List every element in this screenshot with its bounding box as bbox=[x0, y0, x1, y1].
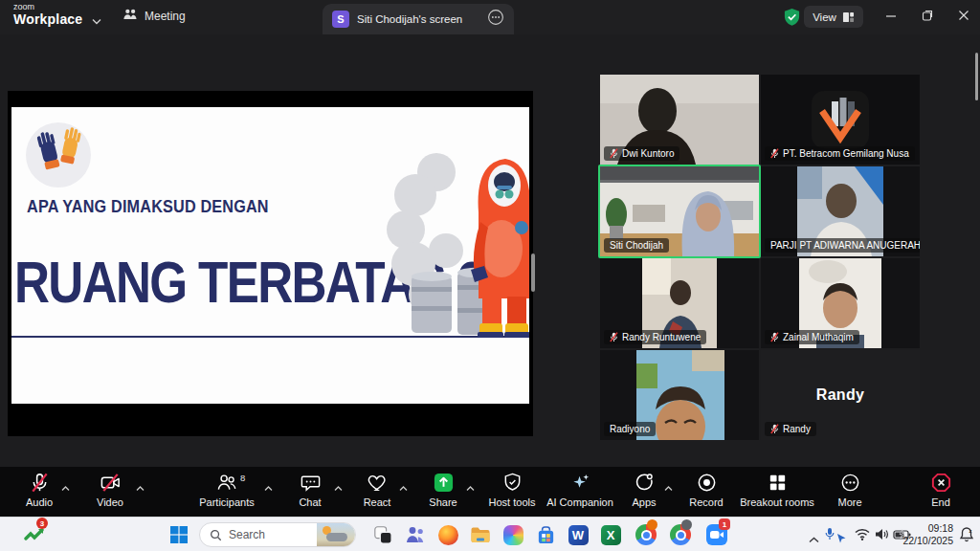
breakout-rooms-label: Breakout rooms bbox=[740, 496, 814, 508]
audio-options-chevron-icon[interactable] bbox=[61, 478, 70, 496]
tab-screen-share[interactable]: S Siti Chodijah's screen bbox=[323, 4, 514, 34]
apps-label: Apps bbox=[632, 496, 656, 508]
video-tile-radiyono[interactable]: Radiyono bbox=[600, 350, 759, 440]
presentation-slide: APA YANG DIMAKSUD DENGAN RUANG TERBATAS … bbox=[11, 107, 529, 404]
chat-button[interactable]: Chat bbox=[281, 472, 339, 508]
word-app-icon[interactable]: W bbox=[567, 523, 590, 546]
tab-options-ellipsis-icon[interactable] bbox=[487, 9, 504, 30]
weather-widget[interactable] bbox=[317, 522, 355, 547]
zoom-meeting-window: zoom Workplace Meeting S Siti Chodijah's… bbox=[0, 0, 980, 551]
breakout-rooms-button[interactable]: Breakout rooms bbox=[729, 472, 825, 508]
tab-meeting-label: Meeting bbox=[145, 10, 186, 23]
video-options-chevron-icon[interactable] bbox=[136, 478, 145, 496]
share-button[interactable]: Share bbox=[414, 472, 472, 508]
shared-screen-scrollbar[interactable] bbox=[531, 253, 535, 292]
video-button[interactable]: Video bbox=[81, 472, 139, 508]
copilot-app-icon[interactable] bbox=[501, 523, 524, 546]
taskbar-clock[interactable]: 09:18 22/10/2025 bbox=[902, 522, 953, 547]
close-button[interactable] bbox=[957, 9, 970, 26]
tray-pointer-icon[interactable] bbox=[836, 531, 847, 548]
workspace-chevron-down-icon[interactable] bbox=[92, 11, 101, 29]
muted-mic-icon bbox=[610, 148, 618, 159]
video-tile-randy-runtuwene[interactable]: Randy Runtuwene bbox=[600, 258, 759, 348]
tray-wifi-icon[interactable] bbox=[855, 527, 870, 544]
nametag: Zainal Muthaqim bbox=[765, 330, 859, 344]
tray-speaker-icon[interactable] bbox=[875, 527, 889, 544]
notification-bell-icon[interactable]: z bbox=[959, 526, 974, 546]
ai-companion-sparkle-icon bbox=[569, 472, 591, 494]
video-tile-randy[interactable]: Randy Randy bbox=[761, 350, 920, 440]
nametag: Randy bbox=[765, 422, 816, 436]
ai-companion-button[interactable]: AI Companion bbox=[532, 472, 628, 508]
excel-app-icon[interactable]: X bbox=[599, 523, 622, 546]
participants-label: Participants bbox=[199, 496, 254, 508]
chrome-app-icon-profile1[interactable] bbox=[635, 523, 657, 546]
windows-taskbar: 3 Search W bbox=[0, 517, 980, 551]
gloves-icon bbox=[24, 121, 93, 193]
muted-mic-icon bbox=[770, 148, 779, 159]
widgets-notification-badge: 3 bbox=[36, 518, 48, 529]
zoom-app-icon[interactable]: 1 bbox=[705, 523, 728, 546]
view-button[interactable]: View bbox=[804, 6, 863, 28]
share-options-chevron-icon[interactable] bbox=[466, 478, 475, 496]
nametag: PT. Betracom Gemilang Nusa bbox=[765, 146, 915, 161]
task-view-icon bbox=[373, 525, 392, 544]
clock-date: 22/10/2025 bbox=[902, 535, 953, 547]
ai-companion-label: AI Companion bbox=[546, 496, 613, 508]
meeting-toolbar: Audio Video Participants 8 Chat React Sh… bbox=[0, 467, 980, 517]
nametag: Siti Chodijah bbox=[604, 238, 669, 253]
security-shield-icon[interactable] bbox=[783, 8, 801, 31]
folder-icon bbox=[470, 526, 491, 544]
video-tile-pt-betracom[interactable]: PT. Betracom Gemilang Nusa bbox=[761, 75, 920, 165]
video-tile-dwi-kuntoro[interactable]: Dwi Kuntoro bbox=[600, 75, 759, 165]
record-label: Record bbox=[689, 496, 723, 508]
teams-app-icon[interactable] bbox=[404, 523, 427, 546]
video-tile-zainal-muthaqim[interactable]: Zainal Muthaqim bbox=[761, 258, 920, 348]
firefox-app-icon[interactable] bbox=[436, 523, 459, 546]
widgets-button[interactable]: 3 bbox=[23, 523, 46, 546]
slide-kicker: APA YANG DIMAKSUD DENGAN bbox=[27, 197, 269, 217]
record-button[interactable]: Record bbox=[678, 472, 735, 508]
video-tile-siti-chodijah-active-speaker[interactable]: Siti Chodijah bbox=[598, 165, 761, 258]
muted-mic-icon bbox=[610, 332, 618, 342]
chat-label: Chat bbox=[299, 496, 321, 508]
more-button[interactable]: More bbox=[821, 472, 879, 508]
people-icon bbox=[405, 525, 426, 544]
participant-name: Zainal Muthaqim bbox=[783, 332, 854, 342]
participant-name: Radiyono bbox=[610, 424, 650, 434]
apps-options-chevron-icon[interactable] bbox=[664, 478, 673, 496]
task-view-button[interactable] bbox=[371, 523, 394, 546]
audio-button[interactable]: Audio bbox=[11, 472, 68, 508]
brand-zoom: zoom bbox=[13, 3, 82, 11]
restore-button[interactable] bbox=[921, 9, 934, 26]
tab-screen-share-label: Siti Chodijah's screen bbox=[357, 13, 479, 25]
svg-text:z: z bbox=[969, 528, 972, 534]
chat-options-chevron-icon[interactable] bbox=[334, 478, 343, 496]
gallery-scrollbar[interactable] bbox=[975, 53, 978, 100]
taskbar-search[interactable]: Search bbox=[199, 522, 356, 547]
zoom-workplace-logo: zoom Workplace bbox=[13, 3, 82, 27]
audio-label: Audio bbox=[26, 496, 53, 508]
people-icon bbox=[122, 8, 138, 24]
participants-button[interactable]: Participants 8 bbox=[189, 472, 265, 508]
camera-muted-icon bbox=[100, 472, 122, 494]
minimize-button[interactable] bbox=[884, 9, 898, 26]
nametag: Randy Runtuwene bbox=[604, 330, 706, 344]
start-button[interactable] bbox=[167, 523, 190, 546]
tray-chevron-up-icon[interactable] bbox=[809, 530, 819, 547]
host-tools-label: Host tools bbox=[489, 496, 536, 508]
react-button[interactable]: React bbox=[348, 472, 406, 508]
react-options-chevron-icon[interactable] bbox=[399, 478, 408, 496]
end-meeting-icon bbox=[930, 472, 952, 494]
participants-options-chevron-icon[interactable] bbox=[264, 478, 273, 496]
file-explorer-app-icon[interactable] bbox=[469, 523, 492, 546]
tray-mic-in-use-icon[interactable] bbox=[825, 527, 835, 545]
chrome-app-icon-profile2[interactable] bbox=[669, 523, 692, 546]
participant-name: Dwi Kuntoro bbox=[622, 148, 674, 159]
end-meeting-button[interactable]: End bbox=[912, 472, 969, 508]
video-tile-parji[interactable]: PARJI PT ADIWARNA ANUGERAH ... bbox=[761, 166, 920, 256]
microsoft-store-app-icon[interactable] bbox=[534, 523, 557, 546]
tab-meeting[interactable]: Meeting bbox=[122, 8, 186, 24]
slide-illustration bbox=[387, 136, 529, 345]
apps-icon bbox=[634, 472, 656, 494]
